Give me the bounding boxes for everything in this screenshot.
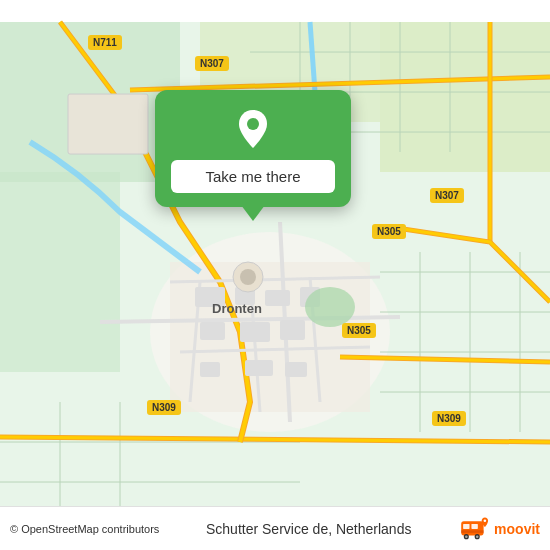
road-label-n307-right: N307	[430, 188, 464, 203]
svg-rect-34	[245, 360, 273, 376]
svg-rect-5	[380, 22, 550, 172]
svg-point-37	[240, 269, 256, 285]
road-label-n305-bottom: N305	[342, 323, 376, 338]
take-me-there-button[interactable]: Take me there	[171, 160, 335, 193]
svg-rect-31	[240, 322, 270, 342]
moovit-icon	[458, 513, 490, 545]
osm-copyright: © OpenStreetMap contributors	[10, 523, 159, 535]
location-name: Schutter Service de, Netherlands	[206, 521, 411, 537]
bottom-bar: © OpenStreetMap contributors Schutter Se…	[0, 506, 550, 550]
road-label-n309-left: N309	[147, 400, 181, 415]
map-container: N711 N307 N307 N305 N305 N309 N309 Dront…	[0, 0, 550, 550]
map-background	[0, 0, 550, 550]
svg-point-46	[465, 535, 468, 538]
city-label: Dronten	[212, 301, 262, 316]
svg-rect-4	[0, 172, 120, 372]
popup-card: Take me there	[155, 90, 351, 207]
bottom-left: © OpenStreetMap contributors	[10, 523, 159, 535]
svg-rect-33	[200, 362, 220, 377]
svg-rect-30	[200, 322, 225, 340]
svg-rect-44	[472, 523, 478, 528]
svg-rect-32	[280, 320, 305, 340]
svg-point-50	[484, 519, 487, 522]
road-label-n711: N711	[88, 35, 122, 50]
svg-rect-28	[265, 290, 290, 306]
road-label-n305-top: N305	[372, 224, 406, 239]
location-pin-icon	[231, 106, 275, 150]
svg-point-48	[476, 535, 479, 538]
svg-rect-43	[463, 523, 469, 528]
moovit-brand-text: moovit	[494, 521, 540, 537]
svg-rect-35	[285, 362, 307, 377]
svg-rect-49	[461, 530, 483, 533]
road-label-n309-right: N309	[432, 411, 466, 426]
moovit-logo: moovit	[458, 513, 540, 545]
svg-rect-38	[68, 94, 148, 154]
svg-point-41	[247, 118, 259, 130]
road-label-n307-top: N307	[195, 56, 229, 71]
svg-point-39	[305, 287, 355, 327]
